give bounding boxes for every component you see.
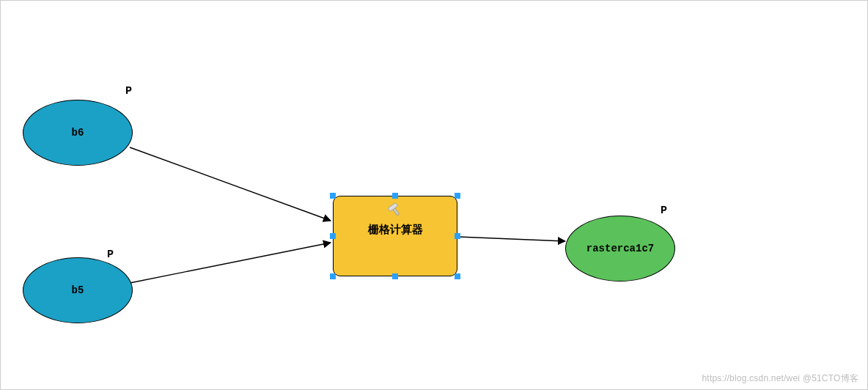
selection-handle[interactable] [330, 193, 336, 199]
selection-handle[interactable] [455, 233, 460, 239]
selection-handle[interactable] [392, 273, 398, 279]
edge-b6-to-tool [130, 147, 331, 221]
param-badge-b5: P [107, 249, 114, 261]
model-canvas[interactable]: P P P b6 b5 栅格计算器 rasterca1c7 https://bl… [0, 0, 868, 390]
edge-tool-to-output [458, 237, 565, 241]
param-badge-b6: P [125, 85, 132, 98]
hammer-icon [387, 202, 403, 218]
selection-handle[interactable] [455, 193, 460, 199]
input-node-b5-label: b5 [72, 284, 84, 296]
edge-b5-to-tool [130, 243, 331, 283]
tool-node-label: 栅格计算器 [368, 223, 423, 237]
selection-handle[interactable] [392, 193, 398, 199]
selection-handle[interactable] [330, 233, 336, 239]
input-node-b6-label: b6 [72, 127, 84, 139]
selection-handle[interactable] [455, 273, 460, 279]
watermark-text: https://blog.csdn.net/wei @51CTO博客 [702, 372, 858, 385]
input-node-b5[interactable]: b5 [23, 257, 133, 323]
output-node-rastercalc7[interactable]: rasterca1c7 [565, 216, 675, 282]
tool-node-raster-calculator[interactable]: 栅格计算器 [333, 196, 457, 276]
selection-handle[interactable] [330, 273, 336, 279]
param-badge-output: P [661, 205, 667, 217]
input-node-b6[interactable]: b6 [23, 100, 133, 166]
output-node-label: rasterca1c7 [586, 243, 654, 254]
